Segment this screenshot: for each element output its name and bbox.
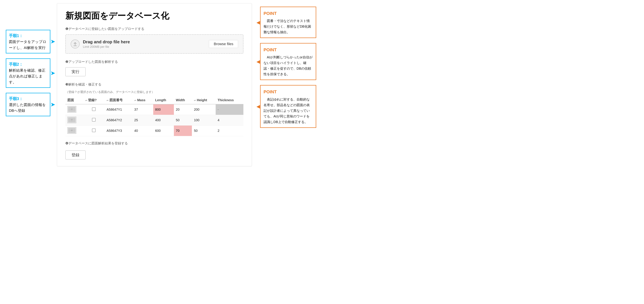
cell-register-checkbox[interactable] — [83, 115, 105, 125]
point1-box: POINT 図番・寸法などのテキスト情報だけでなく、形状などDB化困難な情報も抽… — [260, 7, 316, 38]
step3-arrow: ➤ — [50, 101, 55, 108]
cell-length: 800 — [153, 104, 174, 115]
svg-text:RiT: RiT — [71, 130, 73, 131]
table-row: RiT A58647Y13780020200- — [66, 104, 244, 115]
cell-mass: 25 — [132, 115, 153, 125]
step2-arrow: ➤ — [50, 70, 55, 77]
main-panel: 新規図面をデータベース化 ❶データベースに登録したい図面をアップロードする Dr… — [57, 3, 252, 166]
col-header-length: Length — [153, 96, 174, 104]
step2-label: 手順2： — [9, 61, 47, 67]
point1-arrow: ◀ — [256, 20, 260, 25]
cell-thumbnail: RiT — [66, 104, 83, 115]
browse-files-button[interactable]: Browse files — [209, 40, 238, 48]
point3-row: ◀ POINT 表記ゆれに対する、自動的な名寄せ。部品名などの図面の表記が設計者… — [257, 85, 316, 128]
cell-height: 50 — [192, 125, 216, 136]
annotation-step2-wrapper: 手順2： 解析結果を確認、修正点があれば修正します。 ➤ — [6, 58, 55, 88]
cell-drawing-number: A58647Y2 — [104, 115, 132, 125]
thumbnail-image: RiT — [67, 106, 76, 113]
point3-label: POINT — [264, 88, 313, 95]
right-annotations: ◀ POINT 図番・寸法などのテキスト情報だけでなく、形状などDB化困難な情報… — [257, 7, 316, 166]
step4-header-text: ❹データベースに図面解析結果を登録する — [66, 141, 128, 145]
step4-desc: データベースに図面解析結果を登録する — [68, 141, 128, 145]
data-table: 図面 ⇌ 登録? ⇌ 図面番号 ⇌ Mass Length Width ⇌ He… — [66, 96, 244, 136]
col-header-width: Width — [174, 96, 192, 104]
step3-header-text: ❸解析を確認・修正する — [66, 82, 102, 87]
cell-thickness: 2 — [216, 125, 244, 136]
cell-drawing-number: A58647Y1 — [104, 104, 132, 115]
cell-register-checkbox[interactable] — [83, 125, 105, 136]
cell-width: 70 — [174, 125, 192, 136]
point2-row: ◀ POINT AIが判断しづらかったor自信がない項目をハイライトし、確認・修… — [257, 43, 316, 80]
step3-num: ❸ — [66, 83, 68, 86]
execute-button[interactable]: 実行 — [66, 67, 86, 76]
cell-drawing-number: A58647Y3 — [104, 125, 132, 136]
step4-header: ❹データベースに図面解析結果を登録する — [66, 141, 244, 145]
col-header-number: ⇌ 図面番号 — [104, 96, 132, 104]
thumbnail-image: RiT — [67, 117, 76, 123]
upload-text: Drag and drop file here Limit 200MB per … — [83, 39, 130, 49]
point2-text: AIが判断しづらかったor自信がない項目をハイライトし、確認・修正を促すので、D… — [264, 54, 313, 77]
svg-text:RiT: RiT — [71, 119, 73, 120]
col-header-mass: ⇌ Mass — [132, 96, 153, 104]
svg-text:RiT: RiT — [71, 109, 73, 110]
table-row: RiT A58647Y225400501004 — [66, 115, 244, 125]
cell-height: 100 — [192, 115, 216, 125]
point3-box: POINT 表記ゆれに対する、自動的な名寄せ。部品名などの図面の表記が設計者によ… — [260, 85, 316, 128]
step1-arrow: ➤ — [50, 38, 55, 45]
point2-arrow: ◀ — [256, 59, 260, 64]
col-header-thickness: Thickness — [216, 96, 244, 104]
annotation-step3: 手順3： 選択した図面の情報をDBへ登録 — [6, 93, 50, 116]
upload-left: Drag and drop file here Limit 200MB per … — [71, 39, 130, 49]
cell-thickness: - — [216, 104, 244, 115]
cell-mass: 37 — [132, 104, 153, 115]
step1-text: 図面データをアップロードし、AI解析を実行 — [9, 39, 47, 50]
step1-header: ❶データベースに登録したい図面をアップロードする — [66, 27, 244, 31]
left-annotations: 手順1： 図面データをアップロードし、AI解析を実行 ➤ 手順2： 解析結果を確… — [6, 30, 55, 166]
step3-desc: 解析を確認・修正する — [68, 83, 102, 86]
annotation-step1-wrapper: 手順1： 図面データをアップロードし、AI解析を実行 ➤ — [6, 30, 55, 53]
table-row: RiT A58647Y34060070502 — [66, 125, 244, 136]
point2-label: POINT — [264, 46, 313, 53]
cell-register-checkbox[interactable] — [83, 104, 105, 115]
thumbnail-image: RiT — [67, 127, 76, 134]
cell-mass: 40 — [132, 125, 153, 136]
point3-text: 表記ゆれに対する、自動的な名寄せ。部品名などの図面の表記が設計者によって異なって… — [264, 97, 313, 125]
register-button[interactable]: 登録 — [66, 150, 86, 160]
cell-width: 50 — [174, 115, 192, 125]
page-container: 手順1： 図面データをアップロードし、AI解析を実行 ➤ 手順2： 解析結果を確… — [6, 3, 316, 166]
annotation-step1: 手順1： 図面データをアップロードし、AI解析を実行 — [6, 30, 50, 53]
step2-num: ❷ — [66, 60, 68, 64]
step3-text: 選択した図面の情報をDBへ登録 — [9, 102, 47, 113]
step1-label: 手順1： — [9, 33, 47, 39]
step4-num: ❹ — [66, 141, 68, 145]
cell-length: 400 — [153, 115, 174, 125]
page-title: 新規図面をデータベース化 — [66, 10, 244, 22]
step1-header-text: ❶データベースに登録したい図面をアップロードする — [66, 27, 144, 31]
table-header-row: 図面 ⇌ 登録? ⇌ 図面番号 ⇌ Mass Length Width ⇌ He… — [66, 96, 244, 104]
checkbox[interactable] — [92, 107, 96, 111]
cell-thumbnail: RiT — [66, 125, 83, 136]
checkbox[interactable] — [92, 118, 96, 121]
cell-thickness: 4 — [216, 115, 244, 125]
col-header-thumbnail: 図面 — [66, 96, 83, 104]
step2-header: ❷アップロードした図面を解析する — [66, 60, 244, 64]
col-header-register: ⇌ 登録? — [83, 96, 105, 104]
upload-zone[interactable]: Drag and drop file here Limit 200MB per … — [66, 34, 244, 54]
step3-label: 手順3： — [9, 96, 47, 102]
step2-header-text: ❷アップロードした図面を解析する — [66, 60, 118, 64]
step3-header: ❸解析を確認・修正する — [66, 82, 244, 87]
step1-num: ❶ — [66, 27, 68, 31]
cell-width: 20 — [174, 104, 192, 115]
checkbox[interactable] — [92, 128, 96, 132]
point1-row: ◀ POINT 図番・寸法などのテキスト情報だけでなく、形状などDB化困難な情報… — [257, 7, 316, 38]
step2-desc: アップロードした図面を解析する — [68, 60, 118, 64]
step2-text: 解析結果を確認、修正点があれば修正します。 — [9, 67, 47, 85]
cell-thumbnail: RiT — [66, 115, 83, 125]
point1-text: 図番・寸法などのテキスト情報だけでなく、形状などDB化困難な情報も抽出。 — [264, 18, 313, 35]
drag-drop-text: Drag and drop file here — [83, 39, 130, 45]
cell-height: 200 — [192, 104, 216, 115]
table-note: （登録？が選択されている図面のみ、データベースに登録します） — [66, 90, 244, 94]
point2-box: POINT AIが判断しづらかったor自信がない項目をハイライトし、確認・修正を… — [260, 43, 316, 80]
annotation-step3-wrapper: 手順3： 選択した図面の情報をDBへ登録 ➤ — [6, 93, 55, 116]
step1-desc: データベースに登録したい図面をアップロードする — [68, 27, 144, 31]
